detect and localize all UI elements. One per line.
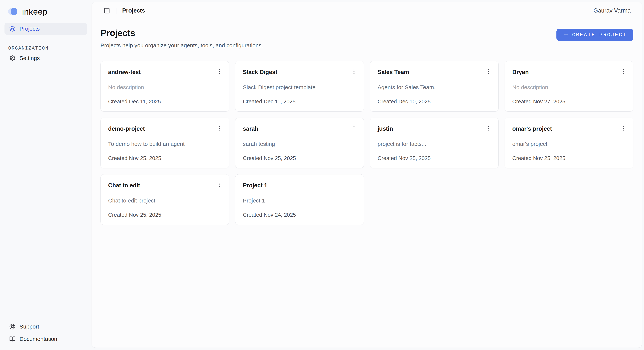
project-card[interactable]: sarah sarah testing Created Nov 25, 2025	[235, 118, 364, 168]
more-vertical-icon	[486, 68, 492, 75]
project-description: Chat to edit project	[108, 197, 222, 204]
user-menu[interactable]: Gaurav Varma	[594, 7, 631, 14]
project-card[interactable]: Project 1 Project 1 Created Nov 24, 2025	[235, 174, 364, 225]
page-header: Projects Projects help you organize your…	[100, 28, 633, 49]
project-description: No description	[512, 84, 626, 91]
sidebar: inkeep Projects ORGANIZATION Settings	[0, 0, 92, 350]
project-description: Project 1	[243, 197, 356, 204]
project-name: demo-project	[108, 125, 145, 132]
sidebar-item-support[interactable]: Support	[4, 321, 87, 333]
project-description: No description	[108, 84, 222, 91]
project-created-date: Created Nov 25, 2025	[108, 212, 222, 218]
sidebar-item-projects[interactable]: Projects	[4, 23, 87, 35]
project-name: Project 1	[243, 182, 267, 189]
sidebar-section-organization: ORGANIZATION	[8, 46, 87, 51]
topbar-divider	[116, 8, 117, 14]
more-vertical-icon	[216, 125, 222, 131]
sidebar-item-settings[interactable]: Settings	[4, 52, 87, 64]
project-menu-button[interactable]	[350, 67, 358, 76]
project-name: omar's project	[512, 125, 552, 132]
project-name: sarah	[243, 125, 258, 132]
project-name: Bryan	[512, 69, 529, 75]
sidebar-item-label: Settings	[20, 55, 40, 61]
more-vertical-icon	[351, 125, 357, 131]
sidebar-item-documentation[interactable]: Documentation	[4, 333, 87, 345]
project-name: andrew-test	[108, 69, 141, 75]
sidebar-item-label: Projects	[20, 26, 40, 32]
project-menu-button[interactable]	[484, 67, 493, 76]
brand-name: inkeep	[22, 7, 48, 16]
project-card[interactable]: omar's project omar's project Created No…	[504, 118, 633, 168]
more-vertical-icon	[351, 182, 357, 188]
project-created-date: Created Dec 11, 2025	[243, 98, 356, 105]
life-buoy-icon	[9, 324, 15, 330]
project-description: sarah testing	[243, 141, 356, 147]
sidebar-item-label: Support	[20, 324, 39, 330]
project-menu-button[interactable]	[350, 181, 358, 189]
sidebar-nav: Projects	[4, 23, 87, 35]
project-created-date: Created Dec 11, 2025	[108, 98, 222, 105]
project-card[interactable]: justin project is for facts... Created N…	[370, 118, 498, 168]
project-menu-button[interactable]	[484, 124, 493, 132]
layers-icon	[9, 26, 15, 32]
brand-logo: inkeep	[4, 6, 87, 17]
inkeep-logo-icon	[8, 7, 20, 16]
breadcrumb: Projects	[122, 7, 145, 14]
sidebar-item-label: Documentation	[20, 336, 57, 342]
projects-content: Projects Projects help you organize your…	[92, 19, 642, 348]
projects-grid: andrew-test No description Created Dec 1…	[100, 61, 633, 225]
more-vertical-icon	[620, 68, 626, 75]
project-created-date: Created Nov 25, 2025	[108, 155, 222, 161]
more-vertical-icon	[216, 68, 222, 75]
topbar: Projects Gaurav Varma	[92, 2, 642, 19]
project-name: Chat to edit	[108, 182, 140, 189]
page-subtitle: Projects help you organize your agents, …	[100, 42, 263, 49]
project-description: omar's project	[512, 141, 626, 147]
project-menu-button[interactable]	[619, 67, 628, 76]
more-vertical-icon	[486, 125, 492, 131]
project-menu-button[interactable]	[215, 124, 224, 132]
project-created-date: Created Nov 25, 2025	[243, 155, 356, 161]
more-vertical-icon	[216, 182, 222, 188]
page-title: Projects	[100, 28, 263, 38]
main-panel: Projects Gaurav Varma Projects Projects …	[92, 2, 642, 348]
project-description: Slack Digest project template	[243, 84, 356, 91]
more-vertical-icon	[351, 68, 357, 75]
project-menu-button[interactable]	[215, 181, 224, 189]
project-name: Slack Digest	[243, 69, 277, 75]
project-description: To demo how to build an agent	[108, 141, 222, 147]
project-created-date: Created Nov 24, 2025	[243, 212, 356, 218]
topbar-divider-right	[588, 8, 588, 14]
project-card[interactable]: Chat to edit Chat to edit project Create…	[100, 174, 229, 225]
sidebar-footer: Support Documentation	[4, 321, 87, 345]
project-menu-button[interactable]	[350, 124, 358, 132]
project-card[interactable]: Sales Team Agents for Sales Team. Create…	[370, 61, 498, 112]
project-menu-button[interactable]	[215, 67, 224, 76]
project-name: Sales Team	[378, 69, 409, 75]
project-created-date: Created Nov 25, 2025	[378, 155, 491, 161]
create-project-button[interactable]: CREATE PROJECT	[556, 29, 633, 41]
project-created-date: Created Nov 27, 2025	[512, 98, 626, 105]
project-description: Agents for Sales Team.	[378, 84, 491, 91]
project-created-date: Created Dec 10, 2025	[378, 98, 491, 105]
project-description: project is for facts...	[378, 141, 491, 147]
project-card[interactable]: andrew-test No description Created Dec 1…	[100, 61, 229, 112]
more-vertical-icon	[620, 125, 626, 131]
plus-icon	[563, 32, 569, 37]
project-created-date: Created Nov 25, 2025	[512, 155, 626, 161]
sidebar-toggle-button[interactable]	[102, 6, 111, 15]
project-card[interactable]: demo-project To demo how to build an age…	[100, 118, 229, 168]
panel-left-icon	[104, 7, 110, 14]
project-menu-button[interactable]	[619, 124, 628, 132]
gear-icon	[9, 55, 15, 61]
create-project-label: CREATE PROJECT	[572, 32, 626, 38]
project-card[interactable]: Slack Digest Slack Digest project templa…	[235, 61, 364, 112]
project-card[interactable]: Bryan No description Created Nov 27, 202…	[504, 61, 633, 112]
book-open-icon	[9, 336, 15, 342]
project-name: justin	[378, 125, 393, 132]
